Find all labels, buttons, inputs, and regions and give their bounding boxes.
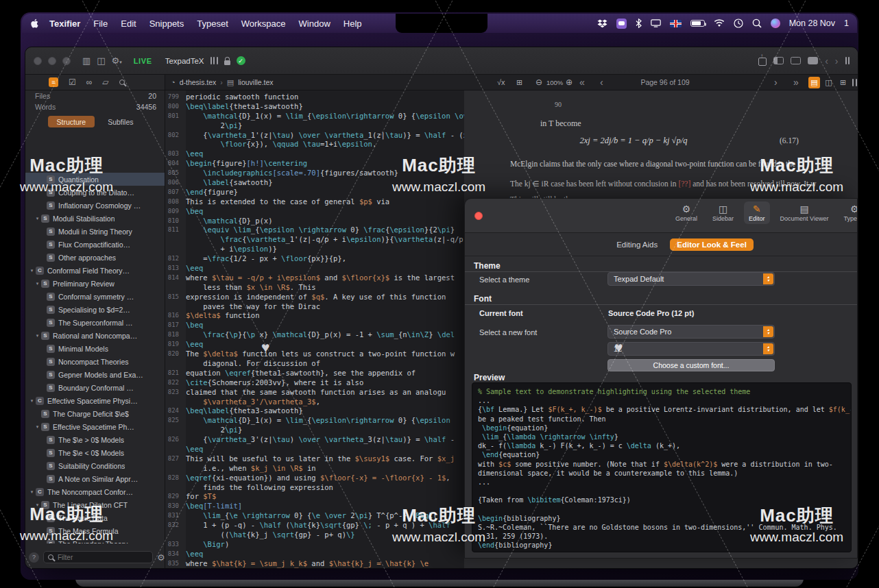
disclosure-icon[interactable]: ▾ [34,502,41,508]
editor-line[interactable]: paves the way for the Dirac [165,302,464,312]
zoom-button[interactable] [62,57,71,65]
editor-line[interactable]: 811 \equiv \lim_{\epsilon \rightarrow 0}… [165,225,464,235]
structure-item[interactable]: SThe Basic Data [25,511,165,524]
editor-line[interactable]: 2\pi} [165,121,464,131]
editor-line[interactable]: 823claimed that the same sawtooth functi… [165,388,464,397]
history-back-icon[interactable]: ‹ [825,56,828,66]
pause-typeset-icon[interactable] [852,75,857,90]
structure-item[interactable]: SThe Charge Deficit $\e$ [25,407,165,420]
editor-line[interactable]: 802 {\vartheta_1'(z|\tau) \over \varthet… [165,131,464,140]
tab-editing-aids[interactable]: Editing Aids [610,238,664,251]
zoom-out-icon[interactable]: ⊖ [535,75,542,90]
wifi-icon[interactable] [714,19,725,27]
editor-line[interactable]: \frac{\vartheta_1'(z|-q/p + i\epsilon)}{… [165,235,464,245]
editor-line[interactable]: 812 =\frac{1/2 - px + \floor{px}}{p}, [165,254,464,264]
editor-line[interactable]: 817\beq [165,321,464,330]
structure-item[interactable]: SNoncompact Theories [25,355,165,368]
todo-list-icon[interactable]: ☑ [69,78,76,86]
editor-line[interactable]: 820The $\delta$ function lets us constru… [165,350,464,359]
lock-icon[interactable] [224,60,230,65]
editor-line[interactable]: 828\eqref{xi-equation}) and using $\floo… [165,474,464,483]
gear-menu-icon[interactable]: ⚙▾ [112,56,122,66]
structure-item[interactable]: SThe $\e < 0$ Models [25,446,165,459]
search-icon[interactable] [119,78,125,86]
folder-icon[interactable]: ▱ [102,78,108,86]
menu-file[interactable]: File [93,19,108,29]
grid-view-icon[interactable]: ⊞ [837,75,849,90]
editor-line[interactable]: 833 \Bigr) [165,540,464,550]
filter-input[interactable] [43,551,153,563]
window-titlebar[interactable]: ▥ ◫ ⚙▾ LIVE TexpadTeX ✓ ‹ › [25,47,858,75]
editor-line[interactable]: 819\eeq [165,340,464,350]
pref-pane-general[interactable]: ⚙General [671,201,702,224]
last-page-button[interactable]: » [793,75,799,90]
structure-item[interactable]: ▾CThe Noncompact Confor… [25,485,165,498]
keyboard-layout-flag-icon[interactable] [670,20,682,27]
font-family-dropdown[interactable]: Source Code Pro ▴▾ [607,325,775,339]
structure-item[interactable]: SOther approaches [25,251,165,264]
editor-line[interactable]: 805 \includegraphics[scale=.70]{figures/… [165,169,464,178]
bluetooth-icon[interactable] [636,19,642,28]
prev-page-button[interactable]: ‹ [600,75,603,90]
structure-item[interactable]: ▾CEffective Spacetime Physi… [25,394,165,407]
disclosure-icon[interactable]: ▾ [34,216,41,221]
editor-line[interactable]: 813\eeq [165,264,464,273]
structure-item[interactable]: ▾CConformal Field Theory… [25,264,165,277]
editor-line[interactable]: 2\pi} [165,426,464,435]
editor-line[interactable]: 827This will be useful to us later in th… [165,454,464,464]
editor-pane[interactable]: 799periodic sawtooth function800\beq\lab… [165,90,464,568]
live-typeset-label[interactable]: LIVE [134,57,152,65]
structure-item[interactable]: ▾SThe Linear Dilaton CFT [25,498,165,511]
structure-item[interactable]: SSuitability Conditions [25,459,165,472]
editor-line[interactable]: 818 \frac{\p}{\p x} \mathcal{D}_p(x) = -… [165,330,464,340]
pref-pane-editor[interactable]: ✎Editor [744,201,770,224]
menu-edit[interactable]: Edit [121,19,136,29]
custom-font-button[interactable]: Choose a custom font... [607,359,775,371]
structure-item[interactable]: SQuantisation [25,173,165,186]
tab-editor-look-feel[interactable]: Editor Look & Feel [670,238,754,251]
disclosure-icon[interactable]: ▾ [34,281,41,286]
tab-structure[interactable]: Structure [48,116,95,127]
pref-pane-typeset[interactable]: ⚙Typeset [839,201,858,224]
editor-line[interactable]: 804\begin{figure}[h!]\centering [165,159,464,169]
editor-line[interactable]: diagonal. For discussion of [165,359,464,369]
structure-item[interactable]: SModuli in String Theory [25,225,165,238]
pause-icon[interactable] [845,57,850,64]
close-button[interactable] [34,57,42,65]
siri-icon[interactable] [771,19,780,28]
editor-line[interactable]: 835where $\hat{k} = \sum_j k_k$ and $\ha… [165,559,464,568]
font-size-dropdown[interactable]: 12 ▴▾ [607,342,775,356]
citation-ref[interactable]: [??] [678,180,690,188]
pdf-view-toggle-icon[interactable]: ▤ [808,77,820,88]
editor-line[interactable]: 806 \label{sawtooth} [165,178,464,188]
math-preview-button[interactable]: √x [497,75,505,90]
structure-item[interactable]: ▾SRational and Noncompa… [25,329,165,342]
spotlight-search-icon[interactable] [752,19,762,28]
editor-line[interactable]: 824\beq\label{theta3-sawtooth} [165,406,464,416]
dropbox-icon[interactable] [597,19,607,28]
editor-line[interactable]: 831 \lim_{\e \rightarrow 0} {\e \over 2\… [165,511,464,521]
split-view-icon[interactable]: ◫ [823,75,834,90]
editor-line[interactable]: + i\epsilon)} [165,245,464,254]
zoom-level[interactable]: 100% [546,75,563,90]
help-icon[interactable]: ? [29,552,39,563]
structure-item[interactable]: SThe Boundary Theory… [25,537,165,543]
link-icon[interactable]: ∞ [86,78,93,86]
sidebar-gear-icon[interactable]: ⚙ [157,552,165,563]
editor-line[interactable]: ((\hat{k}_j \sqrt{gp} - p+ q)\} [165,530,464,540]
structure-item[interactable]: SThe $\e > 0$ Models [25,433,165,446]
menu-bar-clock[interactable]: Mon 28 Nov [789,19,835,28]
layout-sidebar-icon[interactable] [773,57,784,64]
zoom-in-icon[interactable]: ⊕ [566,75,573,90]
editor-line[interactable]: 807\end{figure} [165,188,464,197]
share-icon[interactable] [758,58,767,66]
editor-line[interactable]: 808This is extended to the case of gener… [165,197,464,207]
structure-item[interactable]: SInflationary Cosmology … [25,199,165,212]
editor-line[interactable]: 814where $\tau = -q/p + i\epsilon$ and $… [165,273,464,283]
typeset-engine-label[interactable]: TexpadTeX [165,57,204,65]
editor-line[interactable]: 830\beq[T-limit] [165,502,464,511]
clock-icon[interactable] [734,19,743,28]
disclosure-icon[interactable]: ▾ [28,489,36,495]
disclosure-icon[interactable]: ▾ [28,268,36,273]
menu-texifier[interactable]: Texifier [49,19,80,29]
